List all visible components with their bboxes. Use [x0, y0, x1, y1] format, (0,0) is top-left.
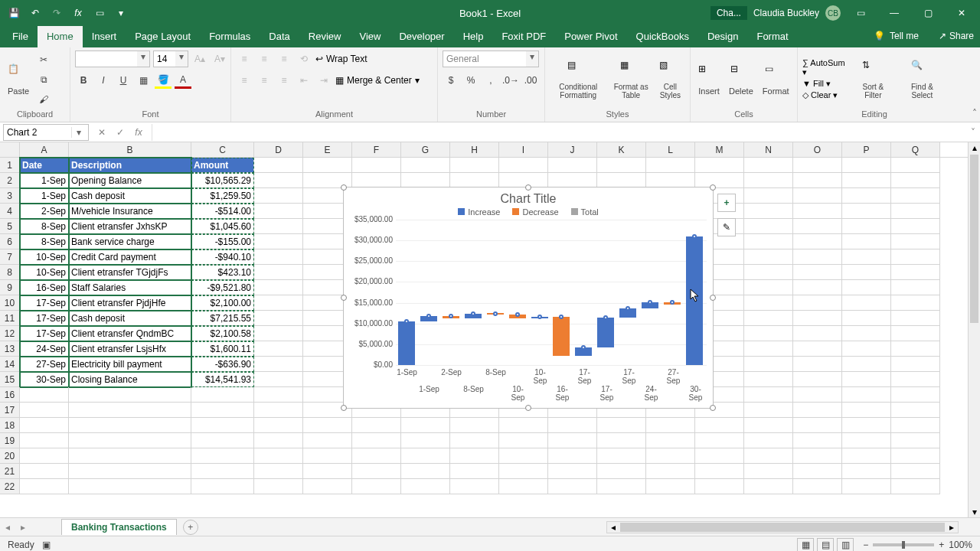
- row-header[interactable]: 9: [0, 280, 20, 295]
- cell[interactable]: Amount: [191, 158, 254, 173]
- increase-decimal-button[interactable]: .0→: [502, 72, 519, 89]
- cell[interactable]: [891, 280, 940, 295]
- cell[interactable]: [191, 433, 254, 448]
- tab-quickbooks[interactable]: QuickBooks: [627, 26, 698, 47]
- cell[interactable]: 10-Sep: [20, 265, 69, 280]
- cell[interactable]: [793, 173, 842, 188]
- sort-filter-button[interactable]: ⇅Sort & Filter: [851, 58, 895, 101]
- tab-view[interactable]: View: [350, 26, 390, 47]
- cell[interactable]: [842, 357, 891, 372]
- tab-developer[interactable]: Developer: [390, 26, 453, 47]
- cell[interactable]: [303, 158, 352, 173]
- data-point-handle[interactable]: [404, 319, 409, 324]
- column-header[interactable]: G: [401, 142, 450, 157]
- cell[interactable]: [597, 479, 646, 494]
- cell[interactable]: 8-Sep: [20, 234, 69, 249]
- cell[interactable]: [744, 372, 793, 387]
- zoom-level[interactable]: 100%: [949, 540, 972, 550]
- cell[interactable]: [254, 326, 303, 341]
- column-header[interactable]: O: [793, 142, 842, 157]
- cell[interactable]: [793, 357, 842, 372]
- font-size-combo[interactable]: ▾: [153, 51, 188, 67]
- align-center-button[interactable]: ≡: [256, 72, 273, 89]
- row-header[interactable]: 10: [0, 295, 20, 311]
- align-right-button[interactable]: ≡: [276, 72, 292, 89]
- name-box-dropdown[interactable]: ▾: [71, 127, 85, 138]
- maximize-button[interactable]: ▢: [914, 0, 942, 26]
- cell[interactable]: [744, 188, 793, 204]
- cell[interactable]: [20, 418, 69, 433]
- cell[interactable]: -$636.90: [191, 357, 254, 372]
- fx-button[interactable]: fx: [130, 124, 147, 141]
- cell[interactable]: [744, 295, 793, 311]
- tab-nav-next[interactable]: ▸: [15, 522, 31, 533]
- chart-handle[interactable]: [341, 184, 347, 191]
- cell[interactable]: $1,600.11: [191, 341, 254, 357]
- embedded-chart[interactable]: Chart Title Increase Decrease Total $0.0…: [343, 187, 714, 409]
- cell[interactable]: [744, 464, 793, 479]
- cell[interactable]: [842, 219, 891, 234]
- waterfall-bar[interactable]: [553, 317, 570, 357]
- cell[interactable]: [499, 418, 548, 433]
- comma-style-button[interactable]: ,: [482, 72, 499, 89]
- scroll-thumb[interactable]: [970, 155, 978, 323]
- clear-button[interactable]: ◇ Clear ▾: [802, 90, 848, 100]
- select-all-corner[interactable]: [0, 142, 20, 157]
- cell[interactable]: [842, 479, 891, 494]
- cell[interactable]: [254, 448, 303, 464]
- cell[interactable]: [401, 479, 450, 494]
- column-header[interactable]: C: [191, 142, 254, 157]
- data-point-handle[interactable]: [670, 300, 675, 305]
- cell[interactable]: [646, 173, 695, 188]
- cell[interactable]: [744, 479, 793, 494]
- row-header[interactable]: 14: [0, 357, 20, 372]
- data-point-handle[interactable]: [559, 315, 564, 319]
- cell[interactable]: [303, 433, 352, 448]
- cell[interactable]: [597, 433, 646, 448]
- autosum-button[interactable]: ∑ AutoSum ▾: [802, 58, 848, 77]
- chart-handle[interactable]: [710, 405, 716, 411]
- minimize-button[interactable]: —: [880, 0, 908, 26]
- column-header[interactable]: L: [646, 142, 695, 157]
- insert-cells-button[interactable]: ⊞Insert: [695, 62, 723, 97]
- data-point-handle[interactable]: [648, 300, 652, 305]
- cell[interactable]: [303, 418, 352, 433]
- cell[interactable]: [891, 387, 940, 403]
- column-header[interactable]: A: [20, 142, 69, 157]
- cell[interactable]: [499, 448, 548, 464]
- cell[interactable]: [793, 265, 842, 280]
- cell[interactable]: [254, 234, 303, 249]
- cell[interactable]: Client etransfer JxhsKP: [69, 219, 191, 234]
- cell[interactable]: [254, 479, 303, 494]
- row-header[interactable]: 15: [0, 372, 20, 387]
- data-point-handle[interactable]: [626, 306, 630, 311]
- number-format-combo[interactable]: ▾: [443, 51, 539, 67]
- cell[interactable]: [450, 158, 499, 173]
- cell[interactable]: [793, 295, 842, 311]
- format-as-table-button[interactable]: ▦Format as Table: [610, 58, 652, 101]
- format-cells-button[interactable]: ▭Format: [760, 62, 792, 97]
- cell[interactable]: [352, 158, 401, 173]
- column-header[interactable]: Q: [891, 142, 940, 157]
- cell[interactable]: [842, 448, 891, 464]
- cell[interactable]: [499, 158, 548, 173]
- data-point-handle[interactable]: [471, 311, 475, 316]
- row-header[interactable]: 2: [0, 173, 20, 188]
- cell[interactable]: [597, 158, 646, 173]
- cell[interactable]: [793, 204, 842, 219]
- cell[interactable]: [744, 311, 793, 326]
- save-button[interactable]: 💾: [5, 4, 23, 22]
- data-point-handle[interactable]: [581, 345, 586, 350]
- share-button[interactable]: ↗Share: [939, 31, 974, 41]
- cell[interactable]: [352, 479, 401, 494]
- cell[interactable]: [793, 418, 842, 433]
- tab-foxit-pdf[interactable]: Foxit PDF: [492, 26, 555, 47]
- cell[interactable]: [254, 249, 303, 265]
- cell[interactable]: [891, 403, 940, 418]
- cell[interactable]: [69, 387, 191, 403]
- cell[interactable]: [499, 464, 548, 479]
- cell[interactable]: [597, 448, 646, 464]
- cell[interactable]: Cash deposit: [69, 188, 191, 204]
- cell[interactable]: [191, 448, 254, 464]
- bold-button[interactable]: B: [75, 72, 92, 89]
